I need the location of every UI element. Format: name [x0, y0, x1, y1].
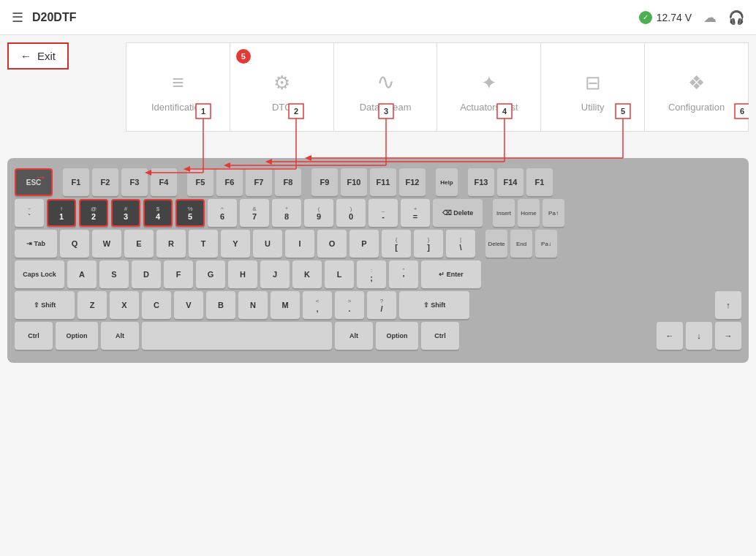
key-e[interactable]: E	[124, 230, 154, 258]
key-enter[interactable]: ↵ Enter	[421, 260, 481, 288]
key-f1[interactable]: F1	[63, 168, 89, 196]
key-comma[interactable]: <,	[303, 291, 332, 319]
key-pgdn[interactable]: Pa↓	[535, 230, 557, 258]
key-f7[interactable]: F7	[246, 168, 272, 196]
key-f3[interactable]: F3	[121, 168, 148, 196]
key-1[interactable]: ! 1	[47, 199, 76, 227]
key-f[interactable]: F	[164, 260, 193, 288]
key-shift-right[interactable]: ⇧ Shift	[399, 291, 469, 319]
key-b[interactable]: B	[206, 291, 235, 319]
key-arrow-left[interactable]: ←	[657, 322, 683, 350]
key-backspace[interactable]: ⌫ Delete	[433, 199, 483, 227]
key-5[interactable]: % 5	[175, 199, 205, 227]
key-f13[interactable]: F13	[468, 168, 494, 196]
key-d[interactable]: D	[132, 260, 161, 288]
nav-card-dtc[interactable]: 5 DTC	[230, 43, 334, 131]
nav-card-utility[interactable]: Utility	[541, 43, 645, 131]
key-arrow-down[interactable]: ↓	[686, 322, 712, 350]
key-home[interactable]: Home	[518, 199, 540, 227]
key-equals[interactable]: + =	[401, 199, 430, 227]
key-6[interactable]: ^ 6	[208, 199, 237, 227]
key-3[interactable]: # 3	[111, 199, 140, 227]
key-end[interactable]: End	[510, 230, 532, 258]
key-alt-left[interactable]: Alt	[101, 322, 139, 350]
key-pgup[interactable]: Pa↑	[543, 199, 564, 227]
key-ctrl-left[interactable]: Ctrl	[15, 322, 53, 350]
exit-button[interactable]: ← Exit	[7, 42, 69, 70]
key-semicolon[interactable]: :;	[357, 260, 386, 288]
key-tab[interactable]: ⇥ Tab	[15, 230, 57, 258]
key-option-right[interactable]: Option	[376, 322, 418, 350]
key-o[interactable]: O	[317, 230, 347, 258]
key-p[interactable]: P	[349, 230, 379, 258]
nav-card-data-stream[interactable]: Data stream	[334, 43, 438, 131]
key-arrow-up[interactable]: ↑	[715, 291, 741, 319]
key-capslock[interactable]: Caps Lock	[15, 260, 64, 288]
key-u[interactable]: U	[253, 230, 282, 258]
key-backslash[interactable]: |\	[446, 230, 475, 258]
key-tilde[interactable]: ~ `	[15, 199, 44, 227]
key-f9[interactable]: F9	[311, 168, 338, 196]
key-minus[interactable]: _ -	[368, 199, 398, 227]
key-ctrl-right[interactable]: Ctrl	[421, 322, 459, 350]
key-f2[interactable]: F2	[92, 168, 118, 196]
key-esc[interactable]: ESC	[15, 168, 53, 196]
cloud-icon[interactable]: ☁	[703, 10, 717, 26]
key-j[interactable]: J	[260, 260, 290, 288]
key-n[interactable]: N	[238, 291, 268, 319]
key-slash[interactable]: ?/	[367, 291, 396, 319]
key-h[interactable]: H	[228, 260, 257, 288]
key-f15[interactable]: F1	[526, 168, 553, 196]
key-y[interactable]: Y	[221, 230, 250, 258]
key-z[interactable]: Z	[78, 291, 107, 319]
key-8[interactable]: * 8	[272, 199, 301, 227]
key-f4[interactable]: F4	[151, 168, 177, 196]
key-q[interactable]: Q	[60, 230, 89, 258]
key-f5[interactable]: F5	[187, 168, 213, 196]
key-a[interactable]: A	[67, 260, 97, 288]
key-f8[interactable]: F8	[275, 168, 301, 196]
key-delete[interactable]: Delete	[485, 230, 507, 258]
key-9[interactable]: ( 9	[304, 199, 333, 227]
key-lbracket[interactable]: {[	[382, 230, 411, 258]
key-alt-right[interactable]: Alt	[335, 322, 373, 350]
key-i[interactable]: I	[285, 230, 314, 258]
key-l[interactable]: L	[325, 260, 354, 288]
key-t[interactable]: T	[189, 230, 218, 258]
nav-card-actuators-test[interactable]: Actuators test	[437, 43, 541, 131]
nav-card-identification[interactable]: Identification	[126, 43, 230, 131]
key-f11[interactable]: F11	[370, 168, 396, 196]
zxcv-row: ⇧ Shift Z X C V B N M <, >.	[15, 291, 741, 319]
key-4[interactable]: $ 4	[143, 199, 173, 227]
key-help[interactable]: Help	[436, 168, 458, 196]
key-s[interactable]: S	[99, 260, 129, 288]
key-7[interactable]: & 7	[240, 199, 269, 227]
key-quote[interactable]: "'	[389, 260, 418, 288]
key-0[interactable]: ) 0	[336, 199, 366, 227]
key-2[interactable]: @ 2	[79, 199, 108, 227]
key-option-left[interactable]: Option	[56, 322, 98, 350]
key-rbracket[interactable]: }]	[414, 230, 443, 258]
esc-label: ESC	[26, 179, 42, 187]
key-v[interactable]: V	[174, 291, 203, 319]
key-g[interactable]: G	[196, 260, 225, 288]
key-space[interactable]	[142, 322, 332, 350]
key-arrow-right[interactable]: →	[715, 322, 741, 350]
key-f14[interactable]: F14	[497, 168, 523, 196]
key-x[interactable]: X	[110, 291, 139, 319]
key-period[interactable]: >.	[335, 291, 364, 319]
key-m[interactable]: M	[271, 291, 300, 319]
key-f12[interactable]: F12	[399, 168, 426, 196]
headset-icon[interactable]: 🎧	[728, 10, 744, 26]
key-k[interactable]: K	[292, 260, 322, 288]
nav-card-configuration[interactable]: Configuration	[645, 43, 748, 131]
key-insert[interactable]: Insert	[493, 199, 515, 227]
key-shift-left[interactable]: ⇧ Shift	[15, 291, 75, 319]
key-w[interactable]: W	[92, 230, 121, 258]
key-f10[interactable]: F10	[341, 168, 367, 196]
key-c[interactable]: C	[142, 291, 171, 319]
menu-icon[interactable]: ☰	[12, 10, 23, 26]
key-f6[interactable]: F6	[216, 168, 243, 196]
bottom-row: Ctrl Option Alt Alt Option Ctrl ← ↓ →	[15, 322, 741, 350]
key-r[interactable]: R	[156, 230, 186, 258]
